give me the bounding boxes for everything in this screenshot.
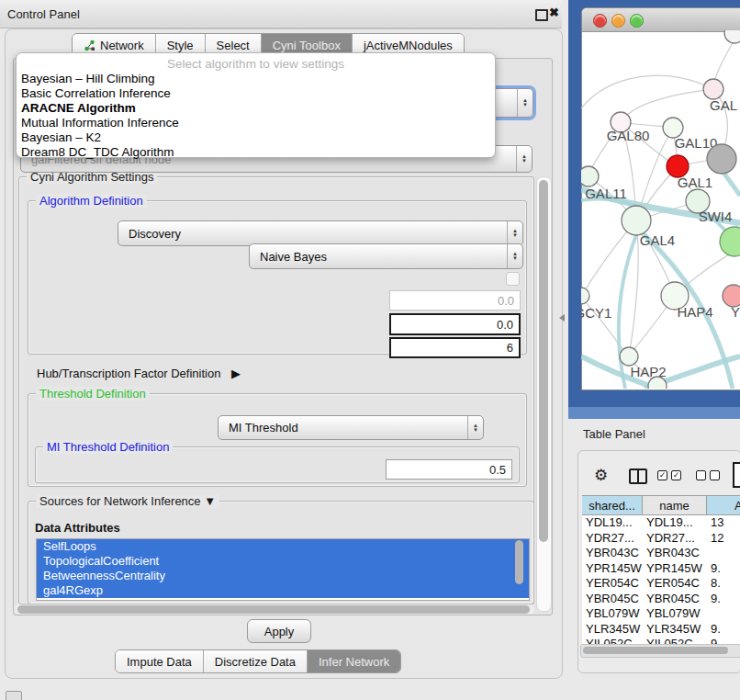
tab-infer-network[interactable]: Infer Network (308, 650, 400, 672)
popup-item[interactable]: Basic Correlation Inference (17, 86, 495, 101)
expand-down-icon[interactable]: ▼ (204, 494, 216, 508)
aracne-mode-combo[interactable]: Discovery ▲▼ (118, 220, 523, 246)
float-panel-icon[interactable] (535, 9, 548, 21)
network-icon (84, 40, 95, 51)
mi-type-combo[interactable]: Naive Bayes ▲▼ (249, 243, 523, 269)
network-node[interactable] (707, 144, 736, 174)
table-row[interactable]: YLR345WYLR345W9. (582, 622, 740, 638)
popup-item[interactable]: ARACNE Algorithm (17, 101, 495, 116)
zoom-traffic-light[interactable] (630, 14, 644, 28)
checked-checkbox-icon[interactable]: ✓ (671, 470, 681, 480)
data-attributes-label: Data Attributes (35, 521, 120, 535)
mi-type-value: Naive Bayes (250, 250, 507, 264)
table-header-row: shared...nameA (582, 495, 740, 515)
scrollbar-thumb[interactable] (583, 647, 728, 654)
stepper-arrows-icon[interactable]: ▲▼ (507, 221, 522, 245)
table-column-header[interactable]: A (707, 496, 740, 514)
scrollbar-thumb[interactable] (17, 605, 530, 614)
expand-right-icon[interactable]: ▶ (231, 367, 241, 380)
minimize-traffic-light[interactable] (611, 14, 625, 28)
popup-item[interactable]: Bayesian – Hill Climbing (17, 72, 495, 86)
tab-discretize-data[interactable]: Discretize Data (204, 650, 308, 672)
settings-vertical-scrollbar[interactable] (536, 176, 552, 612)
attribute-list-item[interactable]: SelfLoops (37, 539, 529, 554)
stepper-arrows-icon[interactable]: ▲▼ (516, 146, 532, 172)
table-horizontal-scrollbar[interactable] (580, 644, 740, 658)
stepper-arrows-icon[interactable]: ▲▼ (467, 416, 483, 439)
kernel-width-field[interactable]: 0.0 (389, 290, 521, 310)
data-attributes-list[interactable]: SelfLoopsTopologicalCoefficientBetweenne… (36, 538, 530, 601)
table-column-header[interactable]: name (643, 496, 707, 514)
network-node-label: GAL11 (585, 186, 627, 201)
dpi-tolerance-field[interactable]: 0.0 (389, 313, 521, 335)
attributes-list-scrollbar[interactable] (514, 540, 524, 595)
panel-title: Control Panel (7, 7, 80, 21)
mi-threshold-field[interactable]: 0.5 (386, 459, 512, 480)
table-rows: YDL19...YDL19...13YDR27...YDR27...12YBR0… (582, 515, 740, 644)
network-canvas[interactable]: GALGAL80GAL10GAL1GAL11SWI4GAL4GCY1HAP4YH… (581, 30, 740, 389)
hub-definition-toggle[interactable]: Hub/Transcription Factor Definition ▶ (37, 367, 241, 380)
mi-threshold-group-title: MI Threshold Definition (43, 440, 173, 454)
close-icon[interactable]: ✖ (549, 6, 559, 19)
algorithm-definition-title: Algorithm Definition (36, 194, 147, 208)
table-row[interactable]: YBR045CYBR045C9. (582, 592, 740, 607)
network-node-label: GCY1 (581, 305, 611, 321)
table-row[interactable]: YDR27...YDR27...12 (582, 531, 740, 547)
network-edge[interactable] (622, 89, 713, 119)
which-threshold-combo[interactable]: MI Threshold ▲▼ (218, 415, 484, 440)
network-node[interactable] (720, 227, 740, 256)
unchecked-checkbox-icon[interactable] (696, 470, 706, 480)
tab-impute-data[interactable]: Impute Data (116, 650, 204, 672)
attribute-list-item[interactable]: BetweennessCentrality (37, 569, 529, 583)
network-node-label: GAL (710, 97, 737, 113)
network-node-label: GAL80 (607, 128, 650, 143)
network-node-gcy1[interactable] (581, 288, 589, 304)
manual-kernel-checkbox[interactable] (506, 272, 520, 286)
network-edge[interactable] (714, 41, 734, 81)
splitter-collapse-icon[interactable] (559, 314, 565, 322)
network-node-gal4[interactable] (622, 206, 651, 235)
popup-item[interactable]: Mutual Information Inference (17, 116, 495, 130)
table-row[interactable]: YBR043CYBR043C (582, 546, 740, 561)
partial-widget (6, 691, 22, 700)
close-traffic-light[interactable] (593, 14, 607, 28)
mi-steps-field[interactable]: 6 (389, 337, 521, 358)
checked-checkbox-icon[interactable]: ✓ (657, 470, 667, 480)
algorithm-dropdown-popup: Select algorithm to view settings Bayesi… (16, 52, 496, 158)
network-node-label: SWI4 (699, 209, 733, 224)
document-icon[interactable] (733, 462, 740, 488)
table-row[interactable]: YPR145WYPR145W9. (582, 561, 740, 577)
network-node-label: GAL4 (640, 232, 675, 248)
network-node-label: GAL1 (678, 175, 712, 190)
network-node-label: Y (731, 304, 740, 320)
attribute-list-item[interactable]: gal4RGexp (37, 583, 529, 598)
scrollbar-thumb[interactable] (539, 180, 548, 542)
network-window-titlebar[interactable] (582, 8, 740, 32)
threshold-definition-title: Threshold Definition (36, 387, 150, 401)
table-row[interactable]: YBL079WYBL079W (582, 606, 740, 622)
table-column-header[interactable]: shared... (582, 496, 643, 514)
stepper-arrows-icon[interactable]: ▲▼ (507, 244, 522, 268)
network-node-hap2[interactable] (620, 347, 638, 366)
network-node-gal[interactable] (703, 79, 723, 99)
network-node-gal11[interactable] (581, 166, 599, 186)
table-row[interactable]: YER054CYER054C8. (582, 576, 740, 592)
control-panel-titlebar: Control Panel ✖ (0, 0, 562, 28)
settings-horizontal-scrollbar[interactable] (15, 604, 534, 615)
table-row[interactable]: YIL052CYIL052C9 (582, 637, 740, 644)
popup-item[interactable]: Bayesian – K2 (17, 130, 495, 145)
gear-icon[interactable]: ⚙ (594, 466, 608, 484)
stepper-arrows-icon[interactable]: ▲▼ (517, 89, 533, 117)
scrollbar-thumb[interactable] (515, 540, 523, 584)
popup-placeholder: Select algorithm to view settings (17, 56, 495, 72)
split-columns-icon[interactable] (629, 469, 647, 484)
desktop-band (568, 407, 740, 419)
network-node[interactable] (724, 30, 740, 43)
sources-title[interactable]: Sources for Network Inference ▼ (36, 494, 219, 508)
table-row[interactable]: YDL19...YDL19...13 (582, 515, 740, 531)
bottom-tabbar: Impute DataDiscretize DataInfer Network (115, 649, 401, 673)
popup-item[interactable]: Dream8 DC_TDC Algorithm (17, 145, 495, 160)
attribute-list-item[interactable]: TopologicalCoefficient (37, 554, 529, 569)
apply-button[interactable]: Apply (247, 619, 311, 643)
unchecked-checkbox-icon[interactable] (710, 470, 720, 480)
